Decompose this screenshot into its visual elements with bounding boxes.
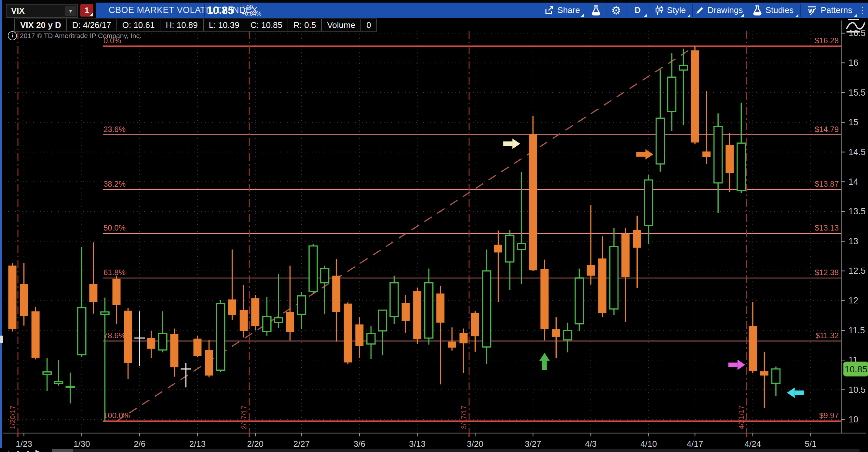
candle-4/21 (737, 103, 745, 193)
candle-2/27 (298, 292, 306, 329)
candle-body-up (159, 333, 167, 350)
info-icon: i (8, 31, 17, 40)
more-options-icon[interactable]: ⋮ (858, 5, 867, 15)
fib-percent-label: 23.6% (103, 125, 126, 134)
candle-3/8 (378, 310, 386, 355)
x-tick-label: 3/6 (354, 439, 365, 449)
patterns-icon: W (807, 5, 817, 15)
candle-body-down (205, 350, 213, 376)
time-scrollbar-thumb[interactable] (52, 449, 73, 452)
candle-body-up (55, 381, 63, 383)
cyan-arrow[interactable] (787, 388, 804, 398)
studies-button[interactable]: Studies (747, 3, 799, 18)
dropdown-corner (795, 14, 798, 17)
fib-percent-label: 61.8% (103, 268, 126, 277)
candle-2/21 (251, 295, 259, 330)
candle-body-down (147, 338, 155, 349)
candle-body-down (749, 326, 757, 372)
candle-2/13 (193, 336, 202, 357)
candle-4/19 (714, 114, 722, 213)
candle-body-up (390, 283, 398, 317)
fib-percent-label: 50.0% (103, 223, 126, 232)
candle-4/18 (703, 91, 711, 164)
patterns-button[interactable]: W Patterns (802, 3, 858, 18)
toolbar-divider (606, 4, 607, 17)
toolbar-divider (627, 4, 627, 17)
toolbar-divider (746, 4, 746, 17)
candle-body-down (402, 303, 410, 321)
candle-body-down (251, 298, 259, 326)
candle-body-down (540, 269, 549, 329)
settings-button[interactable]: ⚙ (607, 3, 625, 18)
candle-3/2 (332, 259, 340, 342)
share-label: Share (557, 5, 580, 15)
candle-4/26 (772, 366, 780, 396)
candle-body-down (448, 342, 456, 348)
candle-2/24 (286, 266, 294, 341)
candle-3/10 (402, 295, 410, 333)
y-tick-label: 14.5 (848, 147, 866, 157)
analyze-flask-button[interactable] (587, 3, 605, 18)
green-arrow-head (539, 353, 550, 361)
candle-3/3 (344, 302, 352, 364)
y-tick-label: 10 (848, 415, 858, 424)
style-button[interactable]: Style (650, 3, 691, 18)
dropdown-corner (644, 14, 647, 17)
price-chart-canvas[interactable]: 1/20/172/17/173/17/174/21/1716.51615.515… (0, 18, 868, 452)
axis-scale-icon[interactable] (845, 19, 866, 34)
cyan-arrow-head (787, 388, 795, 398)
candle-body-up (483, 271, 491, 347)
y-tick-label: 15 (848, 118, 858, 127)
change-percent: +0.84% (241, 10, 261, 17)
candle-body-up (66, 386, 74, 388)
candle-body-down (552, 329, 560, 337)
change-value: +.09 (241, 4, 261, 10)
candle-body-up (298, 296, 306, 315)
green-arrow[interactable] (539, 353, 550, 370)
flask-icon (591, 5, 601, 15)
share-button[interactable]: Share (540, 3, 584, 18)
fib-percent-label: 38.2% (103, 180, 126, 188)
play-icon[interactable]: ▶ (35, 448, 40, 452)
zoom-in-icon[interactable]: ○ (26, 448, 31, 452)
candle-body-up (645, 180, 653, 226)
candle-body-down (494, 245, 502, 253)
candle-body-down (344, 304, 352, 362)
panel-resize-handle[interactable] (0, 335, 3, 343)
candle-body-up (668, 77, 676, 111)
chevron-down-icon[interactable]: ▼ (65, 6, 76, 16)
candle-2/2 (113, 276, 121, 324)
candle-1/20 (8, 263, 17, 331)
window-left-border (0, 0, 2, 452)
candle-1/30 (78, 247, 86, 357)
zoom-out-icon[interactable]: ○ (16, 448, 21, 452)
expand-plus-icon[interactable]: + (6, 448, 10, 452)
yellow-arrow[interactable] (503, 138, 520, 149)
alerts-badge[interactable]: 1 (80, 4, 93, 17)
candle-4/3 (587, 205, 595, 285)
orange-arrow-head (646, 149, 653, 160)
drawings-button[interactable]: Drawings (693, 3, 744, 18)
timeframe-button[interactable]: D (628, 3, 647, 18)
x-tick-label: 2/13 (189, 439, 206, 449)
candle-body-down (286, 312, 294, 332)
symbol-dropdown[interactable]: VIX ▼ (6, 4, 78, 18)
candle-1/26 (55, 360, 63, 386)
orange-arrow[interactable] (637, 149, 653, 160)
candle-3/13 (413, 287, 421, 344)
thinkorswim-chart-window: VIX ▼ 1 CBOE MARKET VOLATILITY INDEX 10.… (0, 0, 868, 452)
y-tick-label: 13.5 (848, 206, 866, 216)
dropdown-corner (854, 14, 857, 17)
patterns-label: Patterns (821, 5, 852, 15)
candle-3/14 (425, 268, 433, 345)
magenta-arrow[interactable] (728, 360, 745, 370)
candle-3/7 (367, 326, 375, 359)
candle-4/13 (679, 49, 687, 126)
timeframe-label: D (635, 5, 641, 15)
magenta-arrow-head (738, 360, 745, 370)
candle-body-down (193, 338, 202, 356)
fib-labels-layer: 0.0%$16.2823.6%$14.7938.2%$13.8750.0%$13… (103, 36, 839, 420)
flask-icon (752, 5, 762, 15)
dropdown-corner (580, 14, 584, 17)
time-scrollbar-track[interactable] (52, 449, 860, 452)
